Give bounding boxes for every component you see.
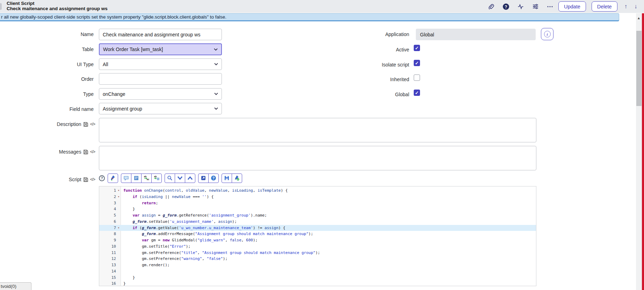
format-code-icon[interactable] [131, 174, 142, 183]
banner-text: r all new globally-scoped client-side sc… [1, 14, 226, 20]
code-line[interactable]: 14 [99, 268, 536, 275]
code-line[interactable]: 11 gm.setPreference("title", "Assignment… [99, 250, 536, 256]
save-icon[interactable] [222, 174, 232, 183]
toolbar-group-search [165, 174, 195, 183]
global-checkbox[interactable]: ✓ [414, 90, 420, 96]
line-number: 2▾ [99, 194, 121, 200]
help-icon[interactable]: ? [502, 3, 509, 10]
record-name-subtitle: Check maitenance and assignment group ws [7, 6, 108, 11]
vertical-scrollbar[interactable]: ▲ [636, 13, 642, 290]
activity-icon[interactable] [517, 3, 524, 10]
paperclip-icon[interactable] [488, 3, 495, 10]
chevron-down-icon [214, 63, 218, 65]
type-select[interactable]: onChange [99, 88, 222, 100]
type-value: onChange [103, 91, 125, 97]
code-line[interactable]: 10 gm.setTitle("Error"); [99, 243, 536, 250]
header-actions: ? Update Delete ↑ ↓ [488, 0, 637, 13]
ui-type-label: UI Type [0, 62, 94, 67]
more-icon[interactable] [547, 3, 553, 10]
scrollbar-thumb[interactable] [636, 31, 642, 106]
delete-button[interactable]: Delete [592, 1, 617, 12]
line-number: 1▾ [99, 188, 121, 194]
arrow-up-icon[interactable]: ↑ [624, 3, 628, 10]
inherited-checkbox[interactable]: ✓ [414, 75, 420, 81]
fold-arrow-icon [116, 275, 121, 281]
line-number: 10 [99, 243, 121, 250]
fold-arrow-icon[interactable]: ▾ [116, 194, 121, 200]
find-next-icon[interactable] [175, 174, 185, 183]
context-menu-icon[interactable] [0, 3, 2, 10]
code-line[interactable]: 8 g_form.addErrorMessage("Assignment gro… [99, 231, 536, 237]
code-line[interactable]: 12 gm.setPreference("warning", "false"); [99, 256, 536, 262]
fold-arrow-icon [116, 256, 121, 262]
line-number: 15 [99, 275, 121, 281]
personalize-icon[interactable] [532, 3, 539, 10]
order-input[interactable] [99, 73, 222, 85]
save-field-icon[interactable] [83, 149, 88, 155]
code-line[interactable]: 16} [99, 281, 536, 286]
messages-label-row: Messages </> [0, 149, 95, 155]
code-icon[interactable]: </> [90, 122, 95, 127]
application-value: Global [420, 32, 434, 37]
line-number: 11 [99, 250, 121, 256]
svg-text:ac: ac [147, 178, 150, 181]
field-name-label: Field name [0, 106, 94, 112]
script-editor-toolbar: ? ab ac [99, 173, 242, 183]
save-field-icon[interactable] [83, 122, 88, 127]
svg-text:ab: ab [154, 175, 157, 178]
active-checkbox[interactable]: ✓ [414, 45, 420, 51]
ui-type-select[interactable]: All [99, 58, 222, 70]
isolate-script-checkbox[interactable]: ✓ [414, 60, 420, 66]
replace-icon[interactable]: ab ac [141, 174, 152, 183]
code-line[interactable]: 9 var gm = new GlideModal("glide_warn", … [99, 237, 536, 243]
application-info-button[interactable]: i [541, 28, 553, 40]
code-line[interactable]: 13 gm.render(); [99, 262, 536, 268]
fold-arrow-icon[interactable]: ▾ [116, 188, 121, 194]
form-title-block: Client Script Check maitenance and assig… [7, 1, 108, 11]
editor-help-icon[interactable]: ? [208, 174, 219, 183]
open-window-icon[interactable] [198, 174, 209, 183]
table-value: Work Order Task [wm_task] [103, 47, 163, 52]
find-previous-icon[interactable] [185, 174, 195, 183]
messages-textarea[interactable] [99, 146, 536, 170]
name-label: Name [0, 31, 94, 37]
validate-icon[interactable] [232, 174, 242, 183]
code-line[interactable]: 2▾ if (isLoading || newValue === '') { [99, 194, 536, 200]
code-line[interactable]: 1▾function onChange(control, oldValue, n… [99, 188, 536, 194]
svg-text:?: ? [212, 176, 215, 180]
comment-icon[interactable] [121, 174, 131, 183]
application-field: Global [416, 29, 536, 40]
code-line[interactable]: 3 return; [99, 200, 536, 206]
code-line[interactable]: 15 } [99, 275, 536, 281]
search-icon[interactable] [165, 174, 175, 183]
fold-arrow-icon [116, 206, 121, 212]
save-field-icon[interactable] [83, 177, 88, 182]
code-line[interactable]: 5 var assign = g_form.getReference('assi… [99, 212, 536, 219]
table-label: Table [0, 47, 94, 52]
code-line[interactable]: 4 } [99, 206, 536, 212]
code-line[interactable]: 7▾ if (g_form.getValue('u_wo_number.u_ma… [99, 225, 536, 231]
line-number: 13 [99, 262, 121, 268]
code-line[interactable]: 6 g_form.setValue('u_assignment_name', a… [99, 219, 536, 225]
order-label: Order [0, 76, 94, 82]
chevron-down-icon [214, 48, 218, 51]
field-name-select[interactable]: Assignment group [99, 103, 222, 114]
code-icon[interactable]: </> [90, 149, 95, 154]
update-button[interactable]: Update [558, 1, 586, 12]
table-select[interactable]: Work Order Task [wm_task] [99, 43, 222, 55]
arrow-down-icon[interactable]: ↓ [634, 3, 637, 10]
toolbar-group-edit: ab ac ab [121, 174, 162, 183]
toolbar-help-icon[interactable]: ? [99, 175, 105, 181]
replace-all-icon[interactable]: ab [151, 174, 162, 183]
fold-arrow-icon[interactable]: ▾ [116, 225, 121, 231]
record-type-title: Client Script [7, 1, 108, 6]
status-link-tooltip: tvoid(0) [0, 282, 31, 290]
field-name-value: Assignment group [103, 106, 142, 112]
scroll-up-icon[interactable]: ▲ [637, 16, 641, 20]
script-code-editor[interactable]: 1▾function onChange(control, oldValue, n… [99, 186, 536, 286]
fold-arrow-icon [116, 250, 121, 256]
syntax-editor-icon[interactable] [108, 174, 118, 183]
name-input[interactable]: Check maitenance and assignment group ws [99, 29, 222, 40]
code-icon[interactable]: </> [90, 177, 95, 182]
description-textarea[interactable] [99, 118, 536, 142]
